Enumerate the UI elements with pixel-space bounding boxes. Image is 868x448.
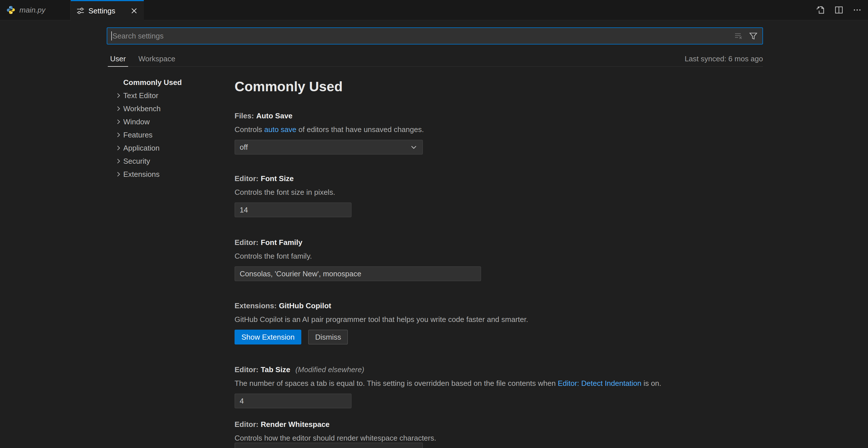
setting-name: Font Size [261, 174, 294, 183]
clear-search-results-icon[interactable] [733, 30, 744, 42]
description-text: is on. [642, 379, 661, 388]
page-title: Commonly Used [235, 77, 674, 96]
text-caret [111, 31, 112, 40]
tab-main-py[interactable]: main.py [0, 0, 71, 20]
tab-label: main.py [20, 6, 45, 14]
setting-category: Editor: [235, 365, 258, 374]
toc-label: Window [123, 118, 150, 126]
toc-label: Features [123, 131, 153, 139]
description-text: Controls [235, 125, 264, 134]
chevron-right-icon [115, 143, 123, 153]
modified-elsewhere-badge: (Modified elsewhere) [295, 365, 364, 374]
chevron-right-icon [115, 170, 123, 179]
toc-item-application[interactable]: Application [107, 141, 215, 155]
editor-actions [814, 0, 863, 20]
setting-label: Editor:Font Size [235, 174, 674, 183]
filter-icon[interactable] [748, 30, 759, 42]
setting-label: Editor:Tab Size(Modified elsewhere) [235, 365, 674, 374]
settings-search-box: Search settings [107, 27, 763, 44]
settings-content: Commonly Used [235, 77, 674, 96]
font-family-input[interactable] [235, 266, 481, 281]
tab-user-settings[interactable]: User [107, 51, 129, 66]
setting-name: Tab Size [261, 365, 290, 374]
description-text: of editors that have unsaved changes. [297, 125, 424, 134]
last-synced-status: Last synced: 6 mos ago [685, 55, 763, 63]
setting-category: Editor: [235, 238, 258, 247]
setting-name: Render Whitespace [261, 420, 330, 428]
settings-scope-row: User Workspace Last synced: 6 mos ago [107, 51, 763, 67]
auto-save-select[interactable]: off [235, 140, 423, 155]
setting-editor-font-size: Editor:Font Size Controls the font size … [235, 174, 674, 217]
toc-item-commonly-used[interactable]: Commonly Used [107, 76, 215, 89]
setting-name: GitHub Copilot [279, 301, 331, 310]
split-editor-icon[interactable] [833, 4, 845, 16]
detect-indentation-link[interactable]: Editor: Detect Indentation [558, 379, 642, 388]
toc-item-features[interactable]: Features [107, 128, 215, 141]
setting-files-auto-save: Files:Auto Save Controls auto save of ed… [235, 111, 674, 155]
tab-settings[interactable]: Settings [71, 0, 144, 21]
chevron-right-icon [115, 130, 123, 139]
setting-label: Editor:Font Family [235, 238, 674, 247]
setting-description: The number of spaces a tab is equal to. … [235, 379, 674, 388]
toc-spacer [115, 78, 123, 87]
setting-description: Controls the font family. [235, 252, 674, 261]
toc-item-text-editor[interactable]: Text Editor [107, 89, 215, 102]
settings-sliders-icon [76, 6, 85, 15]
settings-toc: Commonly Used Text Editor Workbench Wind… [107, 76, 215, 181]
setting-category: Extensions: [235, 301, 277, 310]
setting-name: Font Family [261, 238, 303, 247]
tab-workspace-settings[interactable]: Workspace [135, 51, 179, 66]
open-settings-json-icon[interactable] [814, 4, 827, 16]
description-text: The number of spaces a tab is equal to. … [235, 379, 558, 388]
toc-item-workbench[interactable]: Workbench [107, 102, 215, 115]
toc-label: Extensions [123, 170, 159, 179]
search-actions [733, 30, 759, 42]
toc-item-extensions[interactable]: Extensions [107, 168, 215, 181]
auto-save-link[interactable]: auto save [264, 125, 297, 134]
toc-item-window[interactable]: Window [107, 115, 215, 128]
toc-label: Workbench [123, 104, 161, 113]
setting-editor-render-whitespace: Editor:Render Whitespace Controls how th… [235, 420, 674, 443]
toc-label: Text Editor [123, 91, 158, 100]
toc-label: Commonly Used [123, 78, 182, 87]
chevron-down-icon [410, 143, 418, 151]
chevron-right-icon [115, 117, 123, 126]
tab-user-label: User [110, 55, 126, 63]
setting-description: Controls how the editor should render wh… [235, 434, 674, 443]
tab-label: Settings [89, 6, 115, 15]
selected-value: off [240, 143, 410, 152]
setting-label: Files:Auto Save [235, 111, 674, 120]
toc-label: Application [123, 144, 159, 153]
render-whitespace-select[interactable] [235, 443, 423, 448]
setting-description: Controls the font size in pixels. [235, 188, 674, 197]
font-size-input[interactable] [235, 202, 351, 217]
setting-name: Auto Save [256, 111, 292, 120]
toc-item-security[interactable]: Security [107, 155, 215, 168]
tab-workspace-label: Workspace [138, 55, 176, 63]
toc-label: Security [123, 157, 150, 166]
setting-description: GitHub Copilot is an AI pair programmer … [235, 315, 674, 324]
setting-label: Editor:Render Whitespace [235, 420, 674, 429]
dismiss-button[interactable]: Dismiss [308, 330, 348, 345]
chevron-right-icon [115, 91, 123, 100]
vscode-settings-window: main.py Settings [0, 0, 868, 448]
search-input[interactable]: Search settings [113, 32, 733, 40]
setting-category: Files: [235, 111, 254, 120]
python-icon [6, 5, 16, 14]
close-tab-icon[interactable] [129, 6, 139, 16]
setting-editor-tab-size: Editor:Tab Size(Modified elsewhere) The … [235, 365, 674, 408]
chevron-right-icon [115, 104, 123, 113]
setting-description: Controls auto save of editors that have … [235, 125, 674, 134]
tab-size-input[interactable] [235, 393, 351, 408]
chevron-right-icon [115, 157, 123, 166]
setting-label: Extensions:GitHub Copilot [235, 301, 674, 310]
show-extension-button[interactable]: Show Extension [235, 330, 301, 345]
setting-category: Editor: [235, 174, 258, 183]
more-actions-icon[interactable] [851, 4, 863, 16]
setting-category: Editor: [235, 420, 258, 428]
setting-extensions-github-copilot: Extensions:GitHub Copilot GitHub Copilot… [235, 301, 674, 345]
setting-editor-font-family: Editor:Font Family Controls the font fam… [235, 238, 674, 281]
